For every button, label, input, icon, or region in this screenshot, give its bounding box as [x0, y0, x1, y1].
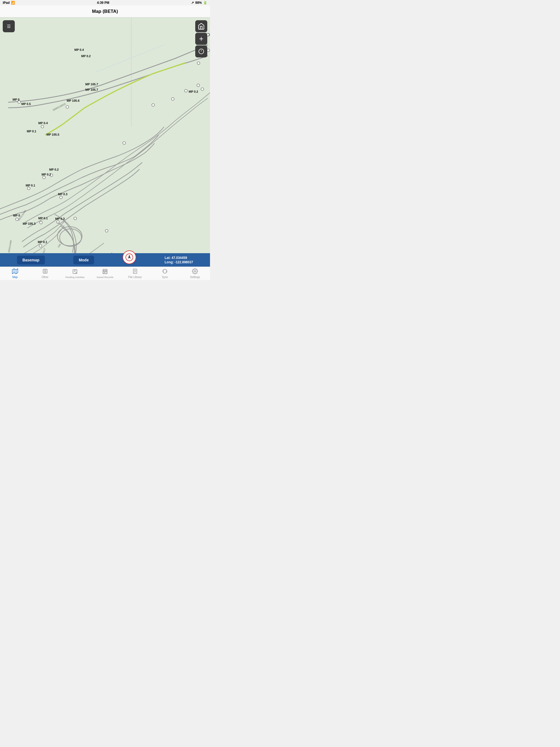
svg-text:MP 0.1: MP 0.1 — [27, 130, 36, 133]
svg-text:MP 0.5: MP 0.5 — [21, 102, 31, 106]
svg-point-17 — [59, 196, 62, 199]
tab-settings[interactable]: Settings — [180, 267, 210, 280]
map-controls: + — [195, 20, 207, 57]
lat-display: Lat: 47.034459 — [164, 256, 193, 260]
nav-bar: Map (BETA) — [0, 5, 210, 18]
pending-tab-icon — [72, 268, 78, 276]
svg-rect-78 — [103, 269, 107, 274]
saved-tab-icon — [102, 268, 108, 276]
svg-text:MP 0: MP 0 — [12, 98, 19, 101]
long-display: Long: -122.898037 — [164, 260, 193, 264]
svg-text:MP 0.3: MP 0.3 — [58, 192, 68, 196]
other-tab-label: Other — [42, 276, 48, 279]
battery-icon: 🔋 — [203, 1, 207, 5]
svg-text:MP 105.6: MP 105.6 — [67, 99, 80, 102]
gps-center-button[interactable] — [123, 251, 136, 264]
library-tab-label: File Library — [128, 276, 142, 279]
svg-text:MP 0.2: MP 0.2 — [49, 168, 59, 171]
map-svg: 005R210610 005S110489 005S210489 005P540… — [0, 18, 210, 253]
mode-button[interactable]: Mode — [73, 256, 94, 264]
tab-bar: Map Other Pending Activities — [0, 266, 210, 280]
long-label: Long: — [164, 260, 174, 264]
sync-tab-label: Sync — [162, 276, 168, 279]
svg-text:MP 0.1: MP 0.1 — [38, 216, 48, 220]
long-value: -122.898037 — [175, 260, 193, 264]
svg-point-12 — [201, 88, 204, 91]
svg-text:MP 105.7: MP 105.7 — [85, 83, 98, 86]
svg-text:MP 0.4: MP 0.4 — [74, 48, 84, 51]
svg-point-14 — [43, 176, 45, 179]
bottom-controls-bar: Basemap Mode Lat: 47.034459 Long: -122.8… — [0, 253, 210, 266]
svg-point-10 — [184, 89, 187, 92]
svg-text:MP 0.2: MP 0.2 — [189, 90, 198, 93]
svg-rect-0 — [0, 18, 210, 253]
other-tab-icon — [42, 268, 48, 275]
settings-tab-label: Settings — [190, 276, 200, 279]
svg-point-64 — [74, 217, 77, 220]
menu-button[interactable]: ☰ — [3, 20, 15, 32]
map-tab-label: Map — [12, 276, 18, 279]
library-tab-icon — [132, 268, 138, 275]
location-icon: ↗ — [191, 1, 194, 5]
status-left: iPad 📶 — [3, 1, 15, 5]
settings-tab-icon — [192, 268, 198, 275]
svg-text:MP 0.4: MP 0.4 — [38, 121, 48, 125]
lat-label: Lat: — [164, 256, 171, 260]
status-bar: iPad 📶 4:39 PM ↗ 98% 🔋 — [0, 0, 210, 5]
tab-library[interactable]: File Library — [120, 267, 150, 280]
svg-point-62 — [197, 62, 200, 65]
info-button[interactable] — [195, 45, 207, 57]
add-button[interactable]: + — [195, 33, 207, 45]
svg-point-5 — [66, 106, 69, 108]
svg-point-60 — [207, 49, 210, 52]
layers-button[interactable] — [195, 20, 207, 32]
svg-text:MP 0.2: MP 0.2 — [42, 173, 51, 176]
svg-point-9 — [172, 98, 174, 100]
status-right: ↗ 98% 🔋 — [191, 1, 207, 5]
basemap-button[interactable]: Basemap — [17, 256, 45, 264]
menu-icon: ☰ — [7, 24, 11, 29]
svg-text:MP 105.7: MP 105.7 — [85, 88, 98, 91]
pending-tab-label: Pending Activities — [65, 276, 85, 279]
svg-point-7 — [123, 141, 126, 145]
sync-tab-icon — [162, 268, 168, 275]
svg-marker-68 — [12, 269, 18, 274]
map-tab-icon — [12, 268, 18, 275]
time-display: 4:39 PM — [97, 1, 109, 5]
page-title: Map (BETA) — [92, 9, 118, 14]
map-container[interactable]: 005R210610 005S110489 005S210489 005P540… — [0, 18, 210, 253]
svg-text:MP 105.3: MP 105.3 — [23, 222, 35, 225]
svg-rect-80 — [103, 271, 107, 274]
svg-point-65 — [105, 229, 108, 232]
svg-point-8 — [152, 104, 154, 106]
tab-map[interactable]: Map — [0, 267, 30, 280]
add-icon: + — [199, 35, 203, 43]
tab-saved[interactable]: Saved Records — [90, 267, 120, 280]
svg-text:MP 0: MP 0 — [13, 214, 20, 217]
svg-text:MP 0.3: MP 0.3 — [55, 217, 65, 221]
coordinate-display: Lat: 47.034459 Long: -122.898037 — [164, 256, 193, 264]
svg-point-11 — [197, 84, 200, 87]
svg-text:MP 0.1: MP 0.1 — [38, 240, 47, 243]
svg-text:MP 0.1: MP 0.1 — [26, 184, 35, 187]
svg-text:MP 0.2: MP 0.2 — [81, 54, 91, 58]
lat-value: 47.034459 — [172, 256, 187, 260]
svg-point-87 — [194, 271, 196, 272]
svg-text:MP 105.5: MP 105.5 — [47, 133, 59, 136]
tab-sync[interactable]: Sync — [150, 267, 180, 280]
tab-other[interactable]: Other — [30, 267, 60, 280]
battery-level: 98% — [195, 1, 202, 5]
saved-tab-label: Saved Records — [97, 276, 113, 279]
svg-point-6 — [41, 125, 44, 128]
svg-point-16 — [27, 187, 30, 190]
svg-point-21 — [39, 244, 42, 247]
device-label: iPad — [3, 1, 9, 5]
tab-pending[interactable]: Pending Activities — [60, 267, 90, 280]
wifi-icon: 📶 — [11, 1, 15, 5]
svg-point-19 — [40, 221, 42, 224]
